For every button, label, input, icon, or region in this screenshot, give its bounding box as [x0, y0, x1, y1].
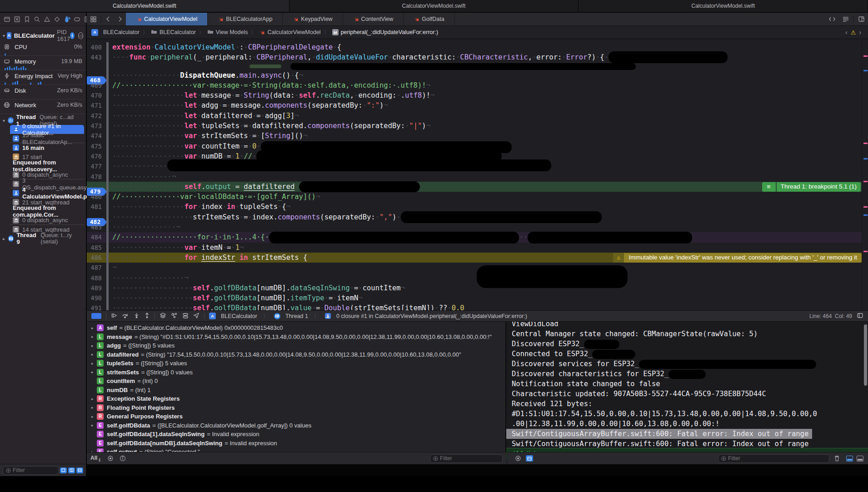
code-line-471[interactable]: 471·················let·adgg·=·message.c…	[87, 100, 868, 110]
issue-navigator-icon[interactable]	[44, 15, 50, 23]
debug-navigator-icon[interactable]	[64, 15, 70, 23]
editor-tab-CalculatorViewModel[interactable]: CalculatorViewModel	[126, 13, 208, 25]
window-tab-1[interactable]: CalculatorViewModel.swift	[0, 0, 289, 12]
previous-issue-icon[interactable]: ‹	[843, 29, 850, 36]
code-line-477[interactable]: 477·············	[87, 161, 868, 171]
code-line-489[interactable]: 489···················self.golfDBdata[nu…	[87, 283, 868, 293]
issue-warning-icon[interactable]: ⚠	[850, 29, 857, 36]
navigator-filter-input[interactable]	[13, 467, 45, 473]
code-line-469[interactable]: 469//·················var·message·=·Stri…	[87, 80, 868, 90]
editor-grid-icon[interactable]	[87, 13, 100, 25]
variable-row[interactable]: ▸RFloating Point Registers	[87, 403, 505, 412]
variable-row[interactable]: ▸Ladgg= ([String]) 5 values	[87, 341, 505, 350]
thread-stop-badge[interactable]: ≡Thread 1: breakpoint 5.1 (1)	[762, 182, 861, 192]
simulate-location-icon[interactable]	[193, 313, 200, 320]
scope-dropdown[interactable]: All▴▾	[90, 455, 100, 462]
continue-button[interactable]	[111, 313, 117, 320]
variable-row[interactable]: LnumDB= (Int) 1	[87, 386, 505, 395]
console-view[interactable]: ViewDidLoadCentral Manager state changed…	[506, 322, 868, 464]
variable-row[interactable]: ▸LstrItemSets= ([String]) 0 values	[87, 368, 505, 377]
eye-icon[interactable]	[107, 456, 114, 461]
gauge-network[interactable]: NetworkZero KB/s	[0, 99, 86, 114]
editor-tab-KeypadView[interactable]: KeypadView	[283, 13, 343, 25]
code-line-490[interactable]: 490···················self.golfDBdata[nu…	[87, 293, 868, 303]
add-editor-icon[interactable]	[855, 13, 868, 25]
code-line-443[interactable]: 443····func·peripheral(_·peripheral:·CBP…	[87, 52, 868, 62]
source-control-icon[interactable]	[14, 15, 20, 23]
jumpbar-item[interactable]: BLECalculator	[151, 29, 196, 35]
variable-row[interactable]: ▸Lmessage= (String) "#D1:S1:U01:17.54,15…	[87, 333, 505, 342]
code-line-483[interactable]: 483···············¬	[87, 222, 868, 232]
tag-navigator-icon[interactable]	[74, 15, 80, 23]
info-icon[interactable]: i	[70, 32, 75, 39]
debugbar-crumb[interactable]: ABLECalculator	[209, 313, 257, 319]
console-filter-field[interactable]	[718, 454, 829, 463]
project-navigator-icon[interactable]	[4, 15, 10, 23]
code-line-486[interactable]: 486·················for·indexStr·in·strI…	[87, 253, 868, 263]
window-tab-2[interactable]: CalculatorViewModel.swift	[289, 0, 579, 12]
code-line-480[interactable]: 480//··············var·localDBdata·=·[go…	[87, 192, 868, 202]
code-line-468[interactable]: 468················DispatchQueue.main.as…	[87, 70, 868, 80]
editor-tab-BLECalculatorApp[interactable]: BLECalculatorApp	[208, 13, 283, 25]
minimap-icon[interactable]	[839, 13, 853, 25]
code-line-478[interactable]: 478··············¬	[87, 172, 868, 182]
variable-row[interactable]: Eself.golfDBdata[1].dataSeqInSwing= Inva…	[87, 430, 505, 439]
jumpbar-item[interactable]: ABLECalculator	[91, 29, 140, 36]
breakpoint-navigator-icon[interactable]	[54, 15, 60, 23]
variable-row[interactable]: ▸RException State Registers	[87, 394, 505, 403]
console-scrollbar[interactable]	[864, 324, 867, 386]
stack-frame-row[interactable]: 4 CalculatorViewModel.pe...	[10, 189, 84, 198]
debugbar-crumb[interactable]: 0 closure #1 in CalculatorViewModel.peri…	[325, 313, 527, 319]
breakpoints-toggle[interactable]	[91, 313, 101, 319]
code-line-479[interactable]: 479·················self.output·=·datafi…	[87, 182, 868, 192]
info-circle-icon[interactable]	[120, 455, 126, 462]
memory-graph-icon[interactable]	[171, 313, 178, 320]
editor-tab-ContentView[interactable]: ContentView	[343, 13, 404, 25]
console-eye-icon[interactable]	[514, 456, 522, 461]
code-line-481[interactable]: 481·················for·index·in·tupleSe…	[87, 202, 868, 212]
code-line-400[interactable]: 400extension·CalculatorViewModel·:·CBPer…	[87, 42, 868, 52]
gauge-cpu[interactable]: CPU0%	[0, 41, 86, 56]
stack-frame-row[interactable]: 15 static BLECalculatorAp...	[10, 134, 84, 143]
gauge-disk[interactable]: DiskZero KB/s	[0, 85, 86, 99]
show-console-pane-icon[interactable]	[857, 456, 863, 462]
process-row[interactable]: ▾ A BLECalculator PID 1617 i |||	[0, 30, 86, 41]
step-out-button[interactable]	[144, 313, 150, 320]
forward-chevron-icon[interactable]	[114, 13, 126, 25]
editor-tab-GolfData[interactable]: GolfData	[404, 13, 454, 25]
environment-overrides-icon[interactable]	[182, 313, 189, 320]
source-editor[interactable]: 400extension·CalculatorViewModel·:·CBPer…	[87, 39, 868, 310]
step-into-button[interactable]	[134, 313, 140, 320]
code-line-482[interactable]: 482···················strItemSets·=·inde…	[87, 212, 868, 222]
filter-toggle-2-icon[interactable]	[68, 467, 75, 473]
editor-pane-icon[interactable]	[857, 313, 863, 320]
filter-toggle-3-icon[interactable]	[76, 467, 83, 473]
variable-row[interactable]: ▸Eself.golfDBdata= ([BLECalculator.Calcu…	[87, 421, 505, 430]
back-chevron-icon[interactable]	[102, 13, 114, 25]
gauge-memory[interactable]: Memory19.9 MB	[0, 56, 86, 70]
variable-row[interactable]: ▸LtupleSets= ([String]) 5 values	[87, 359, 505, 368]
code-line-473[interactable]: 473·················let·tupleSets·=·data…	[87, 121, 868, 131]
code-line-475[interactable]: 475·················var·countItem·=·0·	[87, 141, 868, 151]
editor-change-strip[interactable]	[862, 39, 868, 310]
view-hierarchy-icon[interactable]	[160, 313, 166, 320]
thread-row[interactable]: ▸Thread 9Queue: t...ry (serial)	[0, 234, 86, 243]
code-review-icon[interactable]	[825, 13, 839, 25]
filter-toggle-1-icon[interactable]	[60, 467, 67, 473]
code-line-491[interactable]: 491···················self.golfDBdata[nu…	[87, 303, 868, 310]
jumpbar-item[interactable]: View Models	[207, 29, 248, 35]
variables-filter-field[interactable]	[430, 454, 503, 463]
variable-row[interactable]: ▸RGeneral Purpose Registers	[87, 412, 505, 421]
variable-row[interactable]: ▸Ldatafiltered= (String) "17.54,15.50,0.…	[87, 350, 505, 359]
variables-filter-input[interactable]	[440, 455, 490, 462]
step-over-button[interactable]	[122, 313, 129, 320]
variable-row[interactable]: ▸Aself= (BLECalculator.CalculatorViewMod…	[87, 323, 505, 333]
navigator-filter-field[interactable]	[3, 466, 59, 475]
console-filter-input[interactable]	[728, 455, 814, 462]
clear-console-icon[interactable]	[834, 455, 840, 462]
variable-row[interactable]: Eself.golfDBdata[numDB].dataSeqInSwing= …	[87, 439, 505, 448]
code-line-485[interactable]: 485·················var·itemN·=·1¬	[87, 243, 868, 253]
code-line-470[interactable]: 470·················let·message·=·String…	[87, 90, 868, 100]
show-variables-pane-icon[interactable]	[846, 456, 853, 462]
jumpbar-item[interactable]: Mperipheral(_:didUpdateValueFor:error:)	[332, 29, 438, 35]
